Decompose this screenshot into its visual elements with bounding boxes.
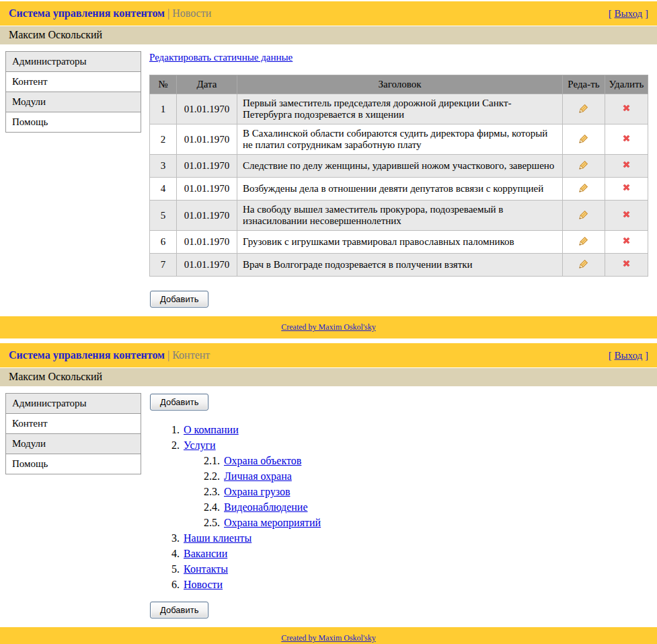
edit-static-data-link[interactable]: Редактировать статичные данные [149, 52, 293, 63]
delete-x-icon [621, 258, 631, 269]
delete-x-icon [621, 209, 631, 219]
column-header-delete: Удалить [605, 75, 648, 94]
edit-button[interactable] [578, 132, 590, 145]
sidebar-item-modules[interactable]: Модули [6, 434, 141, 454]
pencil-icon [578, 208, 590, 221]
edit-button[interactable] [578, 208, 590, 221]
delete-x-icon [621, 103, 631, 113]
list-item: 2.1.Охрана объектов [149, 454, 648, 468]
add-news-button[interactable]: Добавить [150, 291, 208, 308]
section-gap [0, 338, 657, 343]
add-content-button-top[interactable]: Добавить [150, 394, 208, 410]
logout-bracket-close: ] [645, 350, 648, 361]
edit-button[interactable] [578, 257, 590, 270]
column-header-edit: Реда-ть [563, 75, 605, 94]
sidebar-item-administrators[interactable]: Администраторы [6, 52, 141, 72]
content-page-link[interactable]: Новости [184, 579, 223, 590]
logout-bracket-open: [ [609, 350, 612, 361]
app-title: Система управления контентом [9, 349, 165, 361]
edit-button[interactable] [578, 158, 590, 171]
app-title: Система управления контентом [9, 7, 165, 19]
sidebar-item-help[interactable]: Помощь [6, 112, 141, 132]
table-row: 7 01.01.1970 Врач в Волгограде подозрева… [150, 254, 648, 277]
content-page-link[interactable]: Наши клиенты [184, 532, 252, 544]
row-title: Следствие по делу женщины, ударившей нож… [237, 155, 563, 178]
content-page-link[interactable]: Видеонаблюдение [224, 501, 307, 513]
logout-group: [ Выход ] [609, 8, 648, 20]
edit-button[interactable] [578, 102, 590, 114]
table-row: 3 01.01.1970 Следствие по делу женщины, … [150, 155, 648, 178]
row-title: В Сахалинской области собираются судить … [237, 124, 563, 155]
sidebar-item-content[interactable]: Контент [6, 72, 141, 92]
row-date: 01.01.1970 [177, 201, 237, 231]
row-date: 01.01.1970 [177, 94, 237, 124]
pencil-icon [578, 102, 590, 114]
row-number: 4 [150, 178, 177, 201]
pencil-icon [578, 132, 590, 145]
add-content-button-bottom[interactable]: Добавить [150, 602, 208, 618]
delete-x-icon [621, 236, 631, 246]
item-number: 1. [171, 424, 180, 435]
row-title: На свободу вышел заместитель прокурора, … [237, 201, 563, 231]
column-header-num: № [150, 75, 177, 94]
pencil-icon [578, 234, 590, 247]
list-item: 2.3.Охрана грузов [149, 485, 648, 499]
content-page-link[interactable]: Охрана грузов [224, 486, 290, 497]
pencil-icon [578, 181, 590, 194]
delete-button[interactable] [621, 209, 631, 219]
delete-x-icon [621, 159, 631, 170]
row-number: 7 [150, 254, 177, 277]
delete-button[interactable] [621, 236, 631, 246]
main-area: Администраторы Контент Модули Помощь Ред… [0, 44, 657, 316]
sidebar-item-modules[interactable]: Модули [6, 92, 141, 112]
table-row: 2 01.01.1970 В Сахалинской области собир… [150, 124, 648, 155]
edit-button[interactable] [578, 234, 590, 247]
footer-credit-link[interactable]: Created by Maxim Oskol'sky [281, 322, 375, 332]
delete-x-icon [621, 133, 631, 143]
sidebar: Администраторы Контент Модули Помощь [5, 51, 141, 133]
column-header-date: Дата [177, 75, 237, 94]
list-item: 3.Наши клиенты [149, 532, 648, 545]
table-row: 5 01.01.1970 На свободу вышел заместител… [150, 201, 648, 231]
content-page-link[interactable]: Охрана объектов [224, 455, 301, 466]
row-number: 3 [150, 155, 177, 178]
item-number: 2.4. [204, 501, 220, 513]
list-item: 6.Новости [149, 578, 648, 592]
row-number: 5 [150, 201, 177, 231]
content-page-link[interactable]: Личная охрана [224, 470, 292, 482]
screen-name: Контент [172, 349, 210, 361]
table-row: 1 01.01.1970 Первый заместитель председа… [150, 94, 648, 124]
content-page-link[interactable]: Вакансии [184, 548, 227, 559]
screen-name: Новости [172, 7, 211, 19]
top-header-bar: Система управления контентом | Контент [… [0, 343, 657, 367]
list-item: 2.Услуги [149, 439, 648, 452]
delete-button[interactable] [621, 258, 631, 269]
item-number: 2.3. [204, 486, 220, 497]
logout-link[interactable]: Выход [615, 8, 643, 19]
content-page-link[interactable]: Услуги [184, 439, 216, 451]
delete-button[interactable] [621, 159, 631, 170]
content-page-link[interactable]: Охрана мероприятий [224, 517, 321, 528]
top-header-bar: Система управления контентом | Новости [… [0, 1, 657, 26]
edit-button[interactable] [578, 181, 590, 194]
footer-bar: Created by Maxim Oskol'sky [0, 316, 657, 338]
sidebar-item-administrators[interactable]: Администраторы [6, 394, 141, 414]
title-separator: | [167, 349, 169, 361]
row-number: 2 [150, 124, 177, 155]
footer-credit-link[interactable]: Created by Maxim Oskol'sky [281, 633, 375, 643]
user-bar: Максим Оскольский [0, 368, 657, 386]
delete-button[interactable] [621, 133, 631, 143]
content-page-list: 1.О компании 2.Услуги 2.1.Охрана объекто… [149, 423, 648, 592]
sidebar-item-content[interactable]: Контент [6, 414, 141, 434]
content-page-link[interactable]: О компании [184, 424, 239, 435]
row-date: 01.01.1970 [177, 254, 237, 277]
user-bar: Максим Оскольский [0, 26, 657, 44]
delete-button[interactable] [621, 182, 631, 192]
list-item: 5.Контакты [149, 563, 648, 576]
delete-button[interactable] [621, 103, 631, 113]
logout-link[interactable]: Выход [615, 350, 643, 361]
delete-x-icon [621, 182, 631, 192]
content-page-link[interactable]: Контакты [184, 563, 228, 575]
sidebar-item-help[interactable]: Помощь [6, 454, 141, 474]
row-number: 6 [150, 231, 177, 254]
